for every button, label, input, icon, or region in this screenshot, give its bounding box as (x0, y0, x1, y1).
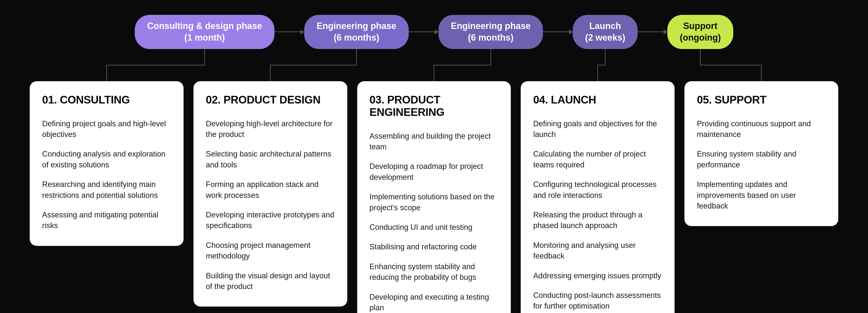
card-title: 02. PRODUCT DESIGN (206, 94, 335, 106)
phase-card-support: 05. SUPPORTProviding continuous support … (684, 81, 838, 226)
card-item: Researching and identifying main restric… (42, 179, 171, 200)
connector-path-3 (598, 49, 605, 81)
card-item: Enhancing system stability and reducing … (370, 261, 499, 283)
card-item: Conducting analysis and exploration of e… (42, 149, 171, 170)
card-item: Developing interactive prototypes and sp… (206, 210, 335, 231)
phase-card-product-engineering: 03. PRODUCT ENGINEERINGAssembling and bu… (357, 81, 511, 313)
connector-path-1 (270, 49, 356, 81)
card-item: Building the visual design and layout of… (206, 271, 335, 292)
phases-header: Consulting & design phase(1 month)Engine… (20, 15, 848, 49)
phase-card-launch: 04. LAUNCHDefining goals and objectives … (521, 81, 675, 313)
card-item: Implementing solutions based on the proj… (370, 191, 499, 213)
connector-container (20, 49, 848, 81)
card-item: Assessing and mitigating potential risks (42, 210, 171, 231)
phase-pill-product-design: Engineering phase(6 months) (304, 15, 409, 49)
card-title: 05. SUPPORT (697, 94, 826, 106)
card-item: Assembling and building the project team (370, 131, 499, 152)
card-item: Developing high-level architecture for t… (206, 118, 335, 140)
phase-pill-support: Support(ongoing) (668, 15, 733, 49)
phase-pill-product-engineering: Engineering phase(6 months) (438, 15, 543, 49)
main-container: Consulting & design phase(1 month)Engine… (0, 0, 868, 313)
card-title: 03. PRODUCT ENGINEERING (370, 94, 499, 118)
card-item: Addressing emerging issues promptly (533, 271, 662, 281)
card-item: Providing continuous support and mainten… (697, 118, 826, 140)
arrow-connector (275, 31, 304, 32)
card-item: Monitoring and analysing user feedback (533, 240, 662, 261)
phase-card-consulting: 01. CONSULTINGDefining project goals and… (30, 81, 184, 246)
card-item: Conducting post-launch assessments for f… (533, 290, 662, 312)
connector-path-4 (700, 49, 761, 81)
arrow-line (275, 31, 304, 32)
card-item: Releasing the product through a phased l… (533, 210, 662, 231)
arrow-line (638, 31, 668, 32)
connector-path-0 (106, 49, 205, 81)
phase-pill-consulting: Consulting & design phase(1 month) (135, 15, 275, 49)
connector-path-2 (434, 49, 491, 81)
card-item: Defining project goals and high-level ob… (42, 118, 171, 140)
card-item: Ensuring system stability and performanc… (697, 149, 826, 170)
phase-card-product-design: 02. PRODUCT DESIGNDeveloping high-level … (193, 81, 347, 307)
card-item: Defining goals and objectives for the la… (533, 118, 662, 140)
arrow-connector (543, 31, 573, 32)
arrow-connector (638, 31, 668, 32)
card-item: Selecting basic architectural patterns a… (206, 149, 335, 170)
arrow-line (543, 31, 573, 32)
card-title: 01. CONSULTING (42, 94, 171, 106)
arrow-line (409, 31, 438, 32)
card-item: Developing a roadmap for project develop… (370, 161, 499, 183)
card-item: Stabilising and refactoring code (370, 242, 499, 252)
arrow-connector (409, 31, 438, 32)
phase-pill-launch: Launch(2 weeks) (573, 15, 638, 49)
cards-row: 01. CONSULTINGDefining project goals and… (20, 81, 848, 313)
card-item: Developing and executing a testing plan (370, 292, 499, 313)
connector-svg (20, 49, 848, 81)
card-item: Conducting UI and unit testing (370, 222, 499, 232)
card-item: Forming an application stack and work pr… (206, 179, 335, 200)
card-title: 04. LAUNCH (533, 94, 662, 106)
card-item: Calculating the number of project teams … (533, 149, 662, 170)
card-item: Configuring technological processes and … (533, 179, 662, 200)
card-item: Implementing updates and improvements ba… (697, 179, 826, 211)
card-item: Choosing project management methodology (206, 240, 335, 261)
